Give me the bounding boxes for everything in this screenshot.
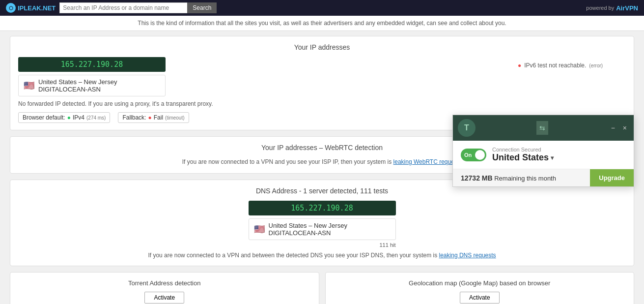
vpn-logo-letter: T bbox=[464, 123, 469, 132]
search-bar: Search bbox=[59, 2, 217, 13]
ipv6-dot-icon: ● bbox=[518, 62, 521, 69]
dns-country: United States – New Jersey bbox=[269, 222, 347, 229]
dns-location-box: 🇺🇸 United States – New Jersey DIGITALOCE… bbox=[249, 218, 396, 240]
fallback-label: Fallback: bbox=[122, 114, 146, 121]
ip-isp: DIGITALOCEAN-ASN bbox=[38, 86, 117, 93]
vpn-toggle-track: On bbox=[461, 149, 486, 161]
fail-note: (timeout) bbox=[165, 115, 184, 121]
ip-country: United States – New Jersey bbox=[38, 78, 117, 86]
vpn-info: Connection Secured United States ▾ bbox=[492, 147, 626, 163]
ipv4-label: IPv4 bbox=[73, 114, 84, 121]
browser-default-label: Browser default: bbox=[23, 114, 65, 121]
vpn-panel-controls: − × bbox=[609, 123, 629, 133]
vpn-country[interactable]: United States ▾ bbox=[492, 152, 626, 163]
search-button[interactable]: Search bbox=[187, 2, 217, 13]
vpn-data-suffix: Remaining this month bbox=[494, 175, 556, 182]
ip-left: 165.227.190.28 🇺🇸 United States – New Je… bbox=[18, 57, 510, 123]
search-input[interactable] bbox=[59, 2, 187, 13]
header-left: ⬡ IPLEAK.NET Search bbox=[6, 2, 217, 13]
dns-ip-box: 165.227.190.28 bbox=[249, 201, 396, 215]
dns-title: DNS Address - 1 server detected, 111 tes… bbox=[18, 187, 626, 195]
main-content: Your IP addresses 165.227.190.28 🇺🇸 Unit… bbox=[0, 31, 644, 304]
geolocation-card: Geolocation map (Google Map) based on br… bbox=[325, 272, 635, 304]
browser-default-row: Browser default: ● IPv4 (274 ms) Fallbac… bbox=[18, 112, 510, 123]
ip-address-box: 165.227.190.28 bbox=[18, 57, 166, 72]
browser-default-badge: Browser default: ● IPv4 (274 ms) bbox=[18, 112, 110, 123]
logo-text: IPLEAK.NET bbox=[18, 4, 56, 12]
torrent-title: Torrent Address detection bbox=[18, 279, 311, 287]
dns-leak-link[interactable]: leaking DNS requests bbox=[439, 252, 496, 259]
vpn-country-label: United States bbox=[492, 152, 549, 163]
ipv4-dot-icon: ● bbox=[67, 114, 71, 121]
geolocation-activate-button[interactable]: Activate bbox=[460, 292, 500, 304]
dns-warning: If you are now connected to a VPN and be… bbox=[18, 252, 626, 259]
ipv6-label: IPv6 test not reachable. bbox=[524, 62, 586, 69]
dns-warning-text: If you are now connected to a VPN and be… bbox=[148, 252, 437, 259]
logo-icon: ⬡ bbox=[6, 3, 16, 13]
site-logo: ⬡ IPLEAK.NET bbox=[6, 3, 56, 13]
us-flag-icon: 🇺🇸 bbox=[24, 80, 34, 91]
vpn-upgrade-button[interactable]: Upgrade bbox=[590, 169, 634, 186]
vpn-data-text: 12732 MB Remaining this month bbox=[453, 170, 590, 186]
header-right: powered by AirVPN bbox=[586, 4, 638, 12]
webrtc-warning-text: If you are now connected to a VPN and yo… bbox=[182, 158, 392, 165]
ip-section-title: Your IP addresses bbox=[18, 43, 626, 51]
dns-location-text: United States – New Jersey DIGITALOCEAN-… bbox=[269, 222, 347, 237]
vpn-minimize-button[interactable]: − bbox=[609, 123, 617, 133]
vpn-toggle[interactable]: On bbox=[461, 149, 486, 161]
fail-dot-icon: ● bbox=[148, 114, 151, 121]
ip-location-text: United States – New Jersey DIGITALOCEAN-… bbox=[38, 78, 117, 93]
torrent-activate-button[interactable]: Activate bbox=[144, 292, 184, 304]
header: ⬡ IPLEAK.NET Search powered by AirVPN bbox=[0, 0, 644, 16]
ip-row: 165.227.190.28 🇺🇸 United States – New Je… bbox=[18, 57, 626, 123]
vpn-panel-header: T ⇆ − × bbox=[453, 115, 634, 141]
fail-label: Fail bbox=[154, 114, 163, 121]
vpn-close-button[interactable]: × bbox=[621, 123, 629, 133]
vpn-logo-icon: T bbox=[458, 119, 476, 137]
fallback-badge: Fallback: ● Fail (timeout) bbox=[118, 112, 189, 123]
vpn-panel: T ⇆ − × On Connection Secured United Sta… bbox=[452, 115, 634, 187]
no-forward-msg: No forwarded IP detected. If you are usi… bbox=[18, 100, 510, 107]
vpn-data-remaining: 12732 MB bbox=[461, 174, 493, 182]
subtitle-bar: This is the kind of information that all… bbox=[0, 16, 644, 31]
bottom-row: Torrent Address detection Activate Geolo… bbox=[10, 272, 634, 304]
vpn-collapse-icon: ⇆ bbox=[539, 124, 545, 132]
vpn-collapse-area[interactable]: ⇆ bbox=[536, 121, 548, 135]
vpn-toggle-label: On bbox=[464, 152, 472, 158]
vpn-main: On Connection Secured United States ▾ bbox=[453, 141, 634, 169]
powered-by-text: powered by bbox=[586, 5, 614, 11]
vpn-chevron-down-icon: ▾ bbox=[551, 154, 554, 161]
vpn-toggle-knob bbox=[475, 150, 485, 160]
webrtc-leak-link[interactable]: leaking WebRTC requests bbox=[393, 158, 462, 165]
dns-section: DNS Address - 1 server detected, 111 tes… bbox=[10, 180, 634, 266]
vpn-status-text: Connection Secured bbox=[492, 147, 626, 152]
ipv6-status: ● IPv6 test not reachable. (error) bbox=[518, 57, 626, 69]
ipv4-latency: (274 ms) bbox=[86, 115, 106, 121]
torrent-card: Torrent Address detection Activate bbox=[10, 272, 319, 304]
ipv6-note: (error) bbox=[589, 63, 603, 68]
vpn-data-row: 12732 MB Remaining this month Upgrade bbox=[453, 169, 634, 186]
dns-hit-count: 111 hit bbox=[249, 242, 396, 248]
geolocation-title: Geolocation map (Google Map) based on br… bbox=[334, 279, 626, 287]
dns-us-flag-icon: 🇺🇸 bbox=[254, 224, 265, 235]
ip-location-box: 🇺🇸 United States – New Jersey DIGITALOCE… bbox=[18, 75, 166, 96]
dns-isp: DIGITALOCEAN-ASN bbox=[269, 229, 347, 237]
airvpn-logo: AirVPN bbox=[616, 4, 638, 12]
subtitle-text: This is the kind of information that all… bbox=[138, 20, 506, 27]
